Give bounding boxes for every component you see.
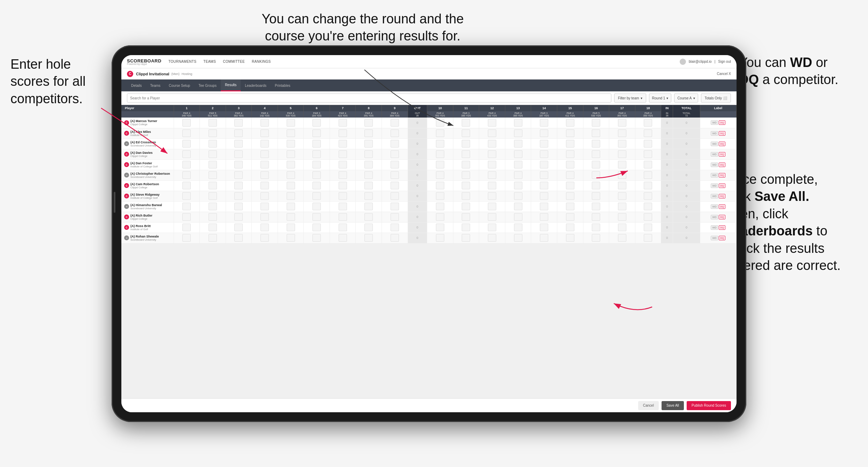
score-input-15[interactable] xyxy=(566,140,574,148)
score-input-13[interactable] xyxy=(514,192,522,200)
dq-button[interactable]: DQ xyxy=(719,204,725,209)
score-input-8[interactable] xyxy=(364,150,373,158)
wd-button[interactable]: WD xyxy=(711,204,718,209)
score-input-7[interactable] xyxy=(339,119,347,127)
score-input-15[interactable] xyxy=(566,129,574,137)
score-input-16[interactable] xyxy=(592,234,600,242)
score-input-15[interactable] xyxy=(566,192,574,200)
score-input-6[interactable] xyxy=(312,150,321,158)
score-input-17[interactable] xyxy=(618,182,626,189)
score-input-10[interactable] xyxy=(436,182,444,189)
score-input-3[interactable] xyxy=(234,234,243,242)
score-input-10[interactable] xyxy=(436,150,444,158)
score-input-15[interactable] xyxy=(566,203,574,210)
score-input-17[interactable] xyxy=(618,171,626,179)
score-input-7[interactable] xyxy=(339,182,347,189)
score-input-2[interactable] xyxy=(209,150,217,158)
nav-link-rankings[interactable]: RANKINGS xyxy=(252,60,271,63)
score-input-13[interactable] xyxy=(514,150,522,158)
score-input-6[interactable] xyxy=(312,213,321,221)
score-input-4[interactable] xyxy=(261,192,269,200)
score-input-4[interactable] xyxy=(261,234,269,242)
score-input-8[interactable] xyxy=(364,213,373,221)
wd-button[interactable]: WD xyxy=(711,173,718,178)
score-input-18[interactable] xyxy=(644,161,652,168)
score-input-15[interactable] xyxy=(566,182,574,189)
score-input-17[interactable] xyxy=(618,140,626,148)
score-input-3[interactable] xyxy=(234,224,243,231)
score-input-12[interactable] xyxy=(488,140,496,148)
score-input-5[interactable] xyxy=(287,203,295,210)
score-input-12[interactable] xyxy=(488,161,496,168)
score-input-7[interactable] xyxy=(339,203,347,210)
score-input-13[interactable] xyxy=(514,234,522,242)
score-input-10[interactable] xyxy=(436,234,444,242)
tab-course-setup[interactable]: Course Setup xyxy=(165,80,194,91)
score-input-9[interactable] xyxy=(391,171,399,179)
score-input-16[interactable] xyxy=(592,182,600,189)
score-input-12[interactable] xyxy=(488,203,496,210)
wd-button[interactable]: WD xyxy=(711,163,718,167)
score-input-5[interactable] xyxy=(287,129,295,137)
score-input-17[interactable] xyxy=(618,203,626,210)
score-input-18[interactable] xyxy=(644,192,652,200)
score-input-10[interactable] xyxy=(436,140,444,148)
score-input-5[interactable] xyxy=(287,213,295,221)
score-input-10[interactable] xyxy=(436,161,444,168)
score-input-3[interactable] xyxy=(234,140,243,148)
score-input-13[interactable] xyxy=(514,213,522,221)
score-input-7[interactable] xyxy=(339,140,347,148)
score-input-6[interactable] xyxy=(312,171,321,179)
score-input-18[interactable] xyxy=(644,182,652,189)
score-input-14[interactable] xyxy=(540,150,548,158)
score-input-6[interactable] xyxy=(312,129,321,137)
score-input-3[interactable] xyxy=(234,161,243,168)
score-input-7[interactable] xyxy=(339,129,347,137)
score-input-3[interactable] xyxy=(234,129,243,137)
score-input-6[interactable] xyxy=(312,140,321,148)
score-input-12[interactable] xyxy=(488,213,496,221)
score-input-7[interactable] xyxy=(339,161,347,168)
score-input-14[interactable] xyxy=(540,182,548,189)
score-input-14[interactable] xyxy=(540,224,548,231)
score-input-3[interactable] xyxy=(234,213,243,221)
score-input-11[interactable] xyxy=(462,161,470,168)
score-input-1[interactable] xyxy=(182,182,191,189)
score-input-11[interactable] xyxy=(462,129,470,137)
score-input-18[interactable] xyxy=(644,140,652,148)
score-input-2[interactable] xyxy=(209,234,217,242)
score-input-16[interactable] xyxy=(592,224,600,231)
nav-link-committee[interactable]: COMMITTEE xyxy=(223,60,245,63)
score-input-9[interactable] xyxy=(391,213,399,221)
publish-button[interactable]: Publish Round Scores xyxy=(687,401,731,410)
score-input-14[interactable] xyxy=(540,119,548,127)
cancel-link[interactable]: Cancel X xyxy=(717,72,731,76)
wd-button[interactable]: WD xyxy=(711,142,718,146)
score-input-16[interactable] xyxy=(592,192,600,200)
wd-button[interactable]: WD xyxy=(711,183,718,188)
wd-button[interactable]: WD xyxy=(711,225,718,230)
score-input-1[interactable] xyxy=(182,129,191,137)
score-input-8[interactable] xyxy=(364,192,373,200)
wd-button[interactable]: WD xyxy=(711,236,718,240)
score-input-15[interactable] xyxy=(566,171,574,179)
score-input-9[interactable] xyxy=(391,182,399,189)
sign-out-link[interactable]: Sign out xyxy=(718,60,731,63)
score-input-17[interactable] xyxy=(618,129,626,137)
score-input-14[interactable] xyxy=(540,192,548,200)
wd-button[interactable]: WD xyxy=(711,215,718,219)
score-input-15[interactable] xyxy=(566,234,574,242)
dq-button[interactable]: DQ xyxy=(719,163,725,167)
score-input-16[interactable] xyxy=(592,171,600,179)
score-input-8[interactable] xyxy=(364,119,373,127)
score-input-7[interactable] xyxy=(339,192,347,200)
score-input-1[interactable] xyxy=(182,161,191,168)
score-input-2[interactable] xyxy=(209,140,217,148)
score-input-6[interactable] xyxy=(312,203,321,210)
score-input-5[interactable] xyxy=(287,140,295,148)
score-input-10[interactable] xyxy=(436,171,444,179)
score-input-3[interactable] xyxy=(234,171,243,179)
score-input-2[interactable] xyxy=(209,161,217,168)
score-input-4[interactable] xyxy=(261,224,269,231)
score-input-1[interactable] xyxy=(182,234,191,242)
